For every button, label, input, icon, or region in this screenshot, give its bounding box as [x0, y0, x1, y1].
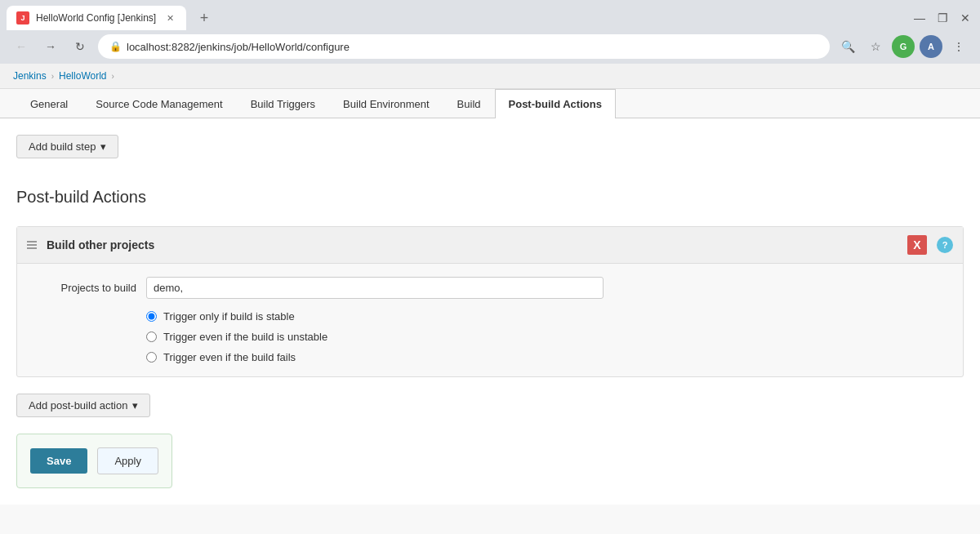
tab-post-build-actions[interactable]: Post-build Actions [495, 89, 616, 118]
projects-to-build-row: Projects to build [30, 277, 950, 299]
add-build-step-label: Add build step [29, 140, 96, 153]
url-text: localhost:8282/jenkins/job/HelloWorld/co… [127, 41, 818, 53]
reload-button[interactable]: ↻ [69, 35, 91, 58]
profile-icon-green[interactable]: G [892, 35, 915, 58]
post-build-section-title: Post-build Actions [16, 188, 964, 213]
tab-build-environment[interactable]: Build Environment [329, 89, 443, 118]
add-build-step-dropdown-icon: ▾ [100, 140, 106, 153]
omnibar: ← → ↻ 🔒 localhost:8282/jenkins/job/Hello… [0, 29, 980, 64]
breadcrumb-jenkins[interactable]: Jenkins [13, 70, 47, 82]
radio-trigger-fails-label: Trigger even if the build fails [163, 351, 296, 363]
title-bar: J HelloWorld Config [Jenkins] ✕ + — ❐ ✕ [0, 0, 980, 29]
remove-action-button[interactable]: X [907, 235, 927, 255]
projects-to-build-label: Projects to build [30, 282, 136, 294]
tab-build-triggers[interactable]: Build Triggers [237, 89, 329, 118]
close-window-button[interactable]: ✕ [957, 10, 973, 26]
tab-close-button[interactable]: ✕ [163, 11, 176, 24]
radio-trigger-stable-input[interactable] [146, 311, 157, 322]
profile-icon-blue[interactable]: A [920, 35, 942, 58]
add-post-build-dropdown-icon: ▾ [132, 399, 138, 412]
breadcrumb-sep-2: › [112, 72, 114, 81]
add-build-step-button[interactable]: Add build step ▾ [16, 135, 118, 158]
build-other-projects-card: Build other projects X ? Projects to bui… [16, 226, 964, 377]
add-post-build-label: Add post-build action [29, 399, 127, 412]
content-area: General Source Code Management Build Tri… [0, 89, 980, 534]
config-tabs: General Source Code Management Build Tri… [0, 89, 980, 118]
minimize-button[interactable]: — [911, 10, 928, 26]
radio-trigger-unstable[interactable]: Trigger even if the build is unstable [146, 331, 950, 343]
maximize-button[interactable]: ❐ [934, 10, 951, 26]
omnibar-right: 🔍 ☆ G A ⋮ [836, 35, 970, 58]
form-footer: Save Apply [16, 434, 172, 488]
new-tab-button[interactable]: + [193, 7, 216, 29]
tab-favicon: J [16, 11, 29, 24]
browser-tab[interactable]: J HelloWorld Config [Jenkins] ✕ [7, 6, 186, 30]
tab-build[interactable]: Build [443, 89, 495, 118]
main-content: Add build step ▾ Post-build Actions Buil… [0, 118, 980, 505]
trigger-radio-group: Trigger only if build is stable Trigger … [146, 310, 950, 363]
drag-line-2 [27, 244, 37, 246]
help-button[interactable]: ? [937, 237, 953, 253]
radio-trigger-unstable-label: Trigger even if the build is unstable [163, 331, 327, 343]
save-button[interactable]: Save [30, 448, 87, 474]
drag-line-1 [27, 241, 37, 243]
lock-icon: 🔒 [109, 41, 122, 52]
radio-trigger-unstable-input[interactable] [146, 332, 157, 342]
window-controls: — ❐ ✕ [911, 10, 973, 26]
search-icon-button[interactable]: 🔍 [836, 35, 859, 58]
page: Jenkins › HelloWorld › General Source Co… [0, 64, 980, 534]
radio-trigger-stable-label: Trigger only if build is stable [163, 310, 295, 323]
action-card-body: Projects to build Trigger only if build … [17, 264, 963, 376]
forward-button[interactable]: → [39, 35, 62, 58]
tab-source-code-management[interactable]: Source Code Management [82, 89, 236, 118]
projects-to-build-input[interactable] [146, 277, 604, 299]
radio-trigger-stable[interactable]: Trigger only if build is stable [146, 310, 950, 323]
breadcrumb-sep-1: › [51, 72, 54, 81]
menu-icon-button[interactable]: ⋮ [947, 35, 970, 58]
add-post-build-action-button[interactable]: Add post-build action ▾ [16, 394, 150, 417]
radio-trigger-fails[interactable]: Trigger even if the build fails [146, 351, 950, 363]
star-icon-button[interactable]: ☆ [864, 35, 887, 58]
drag-line-3 [27, 247, 37, 249]
tab-general[interactable]: General [16, 89, 82, 118]
browser-chrome: J HelloWorld Config [Jenkins] ✕ + — ❐ ✕ … [0, 0, 980, 64]
drag-handle[interactable] [27, 241, 37, 249]
apply-button[interactable]: Apply [97, 447, 158, 474]
breadcrumb: Jenkins › HelloWorld › [0, 64, 980, 89]
address-bar[interactable]: 🔒 localhost:8282/jenkins/job/HelloWorld/… [98, 34, 830, 59]
radio-trigger-fails-input[interactable] [146, 352, 157, 363]
breadcrumb-helloworld[interactable]: HelloWorld [59, 70, 106, 82]
card-title: Build other projects [47, 238, 901, 251]
tab-title: HelloWorld Config [Jenkins] [36, 12, 157, 24]
back-button[interactable]: ← [10, 35, 33, 58]
action-card-header: Build other projects X ? [17, 227, 963, 264]
